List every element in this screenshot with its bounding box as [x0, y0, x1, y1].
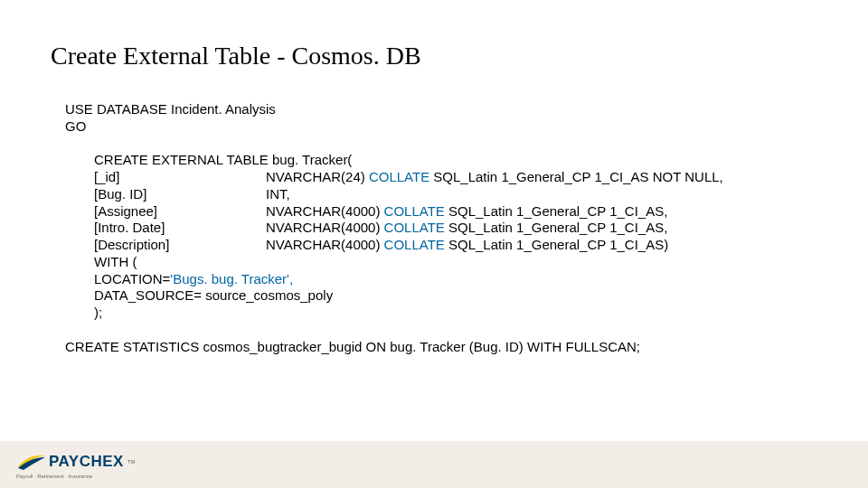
code-col-row: [Intro. Date] NVARCHAR(4000) COLLATE SQL… — [94, 220, 723, 237]
code-line: LOCATION='Bugs. bug. Tracker', — [94, 271, 723, 288]
code-line: USE DATABASE Incident. Analysis — [65, 101, 723, 118]
code-block: USE DATABASE Incident. Analysis GO CREAT… — [65, 101, 723, 355]
slide-title: Create External Table - Cosmos. DB — [51, 42, 421, 70]
col-name: [Bug. ID] — [94, 186, 266, 203]
logo-tm: TM — [127, 459, 136, 465]
code-col-row: [Assignee] NVARCHAR(4000) COLLATE SQL_La… — [94, 203, 723, 221]
col-type: NVARCHAR(24) COLLATE SQL_Latin 1_General… — [266, 169, 723, 186]
code-col-row: [Description] NVARCHAR(4000) COLLATE SQL… — [94, 237, 723, 254]
code-blank — [65, 136, 723, 153]
logo-swoosh-icon — [16, 452, 47, 472]
col-name: [Intro. Date] — [94, 220, 266, 237]
col-type: INT, — [266, 186, 290, 203]
code-line: CREATE EXTERNAL TABLE bug. Tracker( — [94, 152, 723, 169]
paychex-logo: PAYCHEXTM Payroll · Retirement · Insuran… — [16, 452, 116, 479]
code-line: WITH ( — [94, 254, 723, 271]
code-line: CREATE STATISTICS cosmos_bugtracker_bugi… — [65, 339, 723, 356]
logo-text: PAYCHEX — [49, 453, 124, 471]
code-col-row: [_id] NVARCHAR(24) COLLATE SQL_Latin 1_G… — [94, 169, 723, 186]
col-type: NVARCHAR(4000) COLLATE SQL_Latin 1_Gener… — [266, 237, 668, 254]
logo-tagline: Payroll · Retirement · Insurance — [16, 474, 116, 479]
col-type: NVARCHAR(4000) COLLATE SQL_Latin 1_Gener… — [266, 220, 667, 237]
col-name: [Assignee] — [94, 203, 266, 221]
col-name: [Description] — [94, 237, 266, 254]
code-col-row: [Bug. ID] INT, — [94, 186, 723, 203]
code-line: GO — [65, 118, 723, 136]
col-type: NVARCHAR(4000) COLLATE SQL_Latin 1_Gener… — [266, 203, 667, 221]
code-line: ); — [94, 305, 723, 322]
code-blank — [65, 322, 723, 339]
col-name: [_id] — [94, 169, 266, 186]
footer-bar: PAYCHEXTM Payroll · Retirement · Insuran… — [0, 441, 868, 488]
code-line: DATA_SOURCE= source_cosmos_poly — [94, 287, 723, 305]
